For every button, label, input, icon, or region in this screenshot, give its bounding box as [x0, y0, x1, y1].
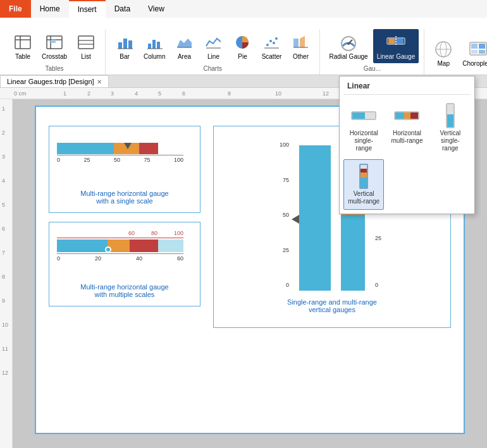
v-pointer-left — [292, 215, 299, 224]
btn-other-label: Other — [293, 53, 309, 60]
gauges-group-label: Gau... — [364, 63, 381, 75]
bar-teal2-m — [158, 239, 183, 252]
h-multi-icon — [394, 103, 419, 128]
v-single-icon — [438, 103, 463, 128]
h-scale-labels: 0 25 50 75 100 — [57, 157, 183, 163]
svg-rect-43 — [471, 50, 478, 54]
btn-list-label: List — [81, 53, 91, 60]
ruler-unit-label: 0 cm — [14, 90, 27, 97]
svg-point-23 — [269, 40, 272, 42]
pie-icon — [232, 32, 252, 52]
multi-bar-teal — [341, 215, 365, 291]
svg-rect-14 — [148, 44, 151, 49]
tables-items: Table Crosstab List — [9, 29, 100, 63]
svg-rect-62 — [361, 169, 367, 173]
dropdown-item-v-single[interactable]: Verticalsingle-range — [430, 99, 471, 157]
bar-red-m — [130, 239, 158, 252]
ribbon-content: Table Crosstab List Tables — [0, 18, 487, 75]
ribbon-group-tables: Table Crosstab List Tables — [4, 29, 106, 75]
btn-area[interactable]: Area — [170, 29, 198, 63]
svg-point-25 — [275, 37, 278, 40]
btn-bar-label: Bar — [120, 53, 130, 60]
linear-gauge-dropdown: Linear Horizontalsingle-range — [339, 76, 475, 214]
single-bar-teal — [299, 145, 331, 291]
table-icon — [13, 32, 33, 52]
svg-rect-44 — [479, 50, 485, 54]
ruler-vertical: 1 2 3 4 5 6 7 8 9 10 11 12 — [0, 99, 13, 448]
btn-line-label: Line — [207, 53, 219, 60]
svg-rect-41 — [471, 44, 478, 49]
svg-rect-7 — [78, 36, 94, 49]
btn-column[interactable]: Column — [140, 29, 169, 63]
ribbon-group-charts: Bar Column Area — [106, 29, 320, 75]
h-gauge-bar-multi — [57, 239, 183, 252]
v-multi-label: Verticalmulti-range — [348, 190, 379, 205]
charts-items: Bar Column Area — [111, 29, 314, 63]
svg-rect-6 — [51, 40, 56, 43]
doc-tab-close[interactable]: ✕ — [97, 78, 102, 85]
btn-choropleth[interactable]: Choropleth — [459, 36, 487, 70]
dropdown-item-h-multi[interactable]: Horizontalmulti-range — [386, 99, 427, 157]
svg-point-22 — [266, 44, 269, 46]
btn-table[interactable]: Table — [9, 29, 37, 63]
svg-rect-16 — [157, 42, 160, 49]
svg-rect-60 — [361, 178, 367, 188]
tab-home[interactable]: Home — [31, 0, 69, 18]
svg-point-32 — [347, 42, 350, 45]
svg-rect-52 — [395, 112, 404, 119]
svg-rect-27 — [293, 39, 299, 47]
tab-file[interactable]: File — [0, 0, 31, 18]
btn-linear-gauge[interactable]: Linear Gauge — [373, 29, 419, 63]
h-single-label: Horizontalsingle-range — [347, 130, 381, 152]
doc-tab-linear-gauges[interactable]: Linear Gauges.trdp [Design] ✕ — [0, 75, 109, 87]
btn-pie[interactable]: Pie — [228, 29, 256, 63]
gauge-panel-left: 0 25 50 75 100 Multi-range horizontal ga… — [49, 126, 200, 328]
bar-teal-m — [57, 239, 108, 252]
gauge-card-h-single[interactable]: 0 25 50 75 100 Multi-range horizontal ga… — [49, 126, 200, 213]
svg-rect-61 — [361, 173, 367, 178]
dropdown-item-h-single[interactable]: Horizontalsingle-range — [343, 99, 384, 157]
btn-radial-gauge[interactable]: Radial Gauge — [325, 29, 371, 63]
doc-tab-label: Linear Gauges.trdp [Design] — [7, 78, 94, 85]
tab-data[interactable]: Data — [106, 0, 139, 18]
map-items: Map Choropleth SubR... — [429, 36, 487, 70]
dropdown-grid-row1: Horizontalsingle-range Horizontalmulti-r… — [343, 99, 471, 157]
gauge-title-vertical: Single-range and multi-rangevertical gau… — [221, 298, 443, 313]
btn-list[interactable]: List — [72, 29, 100, 63]
h-multi-label: Horizontalmulti-range — [391, 130, 422, 145]
svg-point-24 — [273, 42, 275, 44]
btn-other[interactable]: Other — [287, 29, 314, 63]
btn-map[interactable]: Map — [429, 36, 457, 70]
gauge-title-h-multi: Multi-range horizontal gaugewith multipl… — [57, 283, 192, 298]
area-icon — [174, 32, 194, 52]
svg-rect-53 — [404, 112, 410, 119]
scale-line — [57, 155, 183, 155]
svg-rect-54 — [410, 112, 418, 119]
dot-indicator — [105, 246, 111, 253]
ribbon: File Home Insert Data View Table Crossta… — [0, 0, 487, 75]
gauge-card-h-multi[interactable]: 60 80 100 — [49, 222, 200, 306]
h-gauge-multi-area: 60 80 100 — [57, 230, 192, 281]
dropdown-item-v-multi[interactable]: Verticalmulti-range — [343, 159, 384, 210]
btn-bar[interactable]: Bar — [111, 29, 139, 63]
map-icon — [433, 39, 453, 59]
v-multi-icon — [351, 164, 376, 189]
radial-gauge-icon — [338, 32, 359, 52]
svg-rect-34 — [388, 39, 395, 44]
btn-crosstab-label: Crosstab — [42, 53, 67, 60]
tab-view[interactable]: View — [139, 0, 173, 18]
btn-line[interactable]: Line — [199, 29, 227, 63]
ribbon-group-gauges: Radial Gauge Linear Gauge Gau... — [320, 29, 424, 75]
btn-scatter[interactable]: Scatter — [257, 29, 285, 63]
tab-insert[interactable]: Insert — [69, 0, 106, 18]
h-gauge-pointer — [124, 143, 132, 149]
svg-marker-28 — [300, 36, 305, 47]
bar-red — [139, 143, 158, 154]
bottom-scale-labels: 0 20 40 60 — [57, 255, 183, 262]
scale-line-bottom — [57, 253, 183, 254]
crosstab-icon — [44, 32, 65, 52]
svg-rect-12 — [128, 40, 132, 49]
h-gauge-area: 0 25 50 75 100 — [57, 143, 192, 187]
btn-crosstab[interactable]: Crosstab — [38, 29, 71, 63]
dropdown-grid-row2: Verticalmulti-range — [343, 159, 471, 210]
